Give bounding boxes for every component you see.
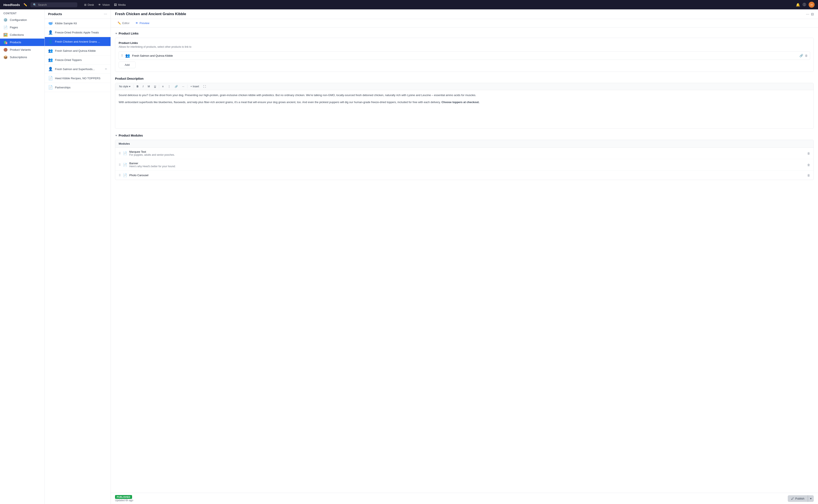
mid-panel-menu-icon[interactable]: ⋯: [104, 12, 107, 16]
drag-handle-icon[interactable]: ⠿: [121, 54, 123, 57]
sidebar-item-collections[interactable]: 🖼️ Collections: [0, 31, 45, 39]
mark-button[interactable]: M: [146, 84, 151, 89]
nav-media[interactable]: 🖼 Media: [114, 3, 125, 6]
header-more-icon[interactable]: ⋯: [806, 12, 809, 16]
topnav-center-items: ⊞ Desk 👁 Vision 🖼 Media: [84, 3, 126, 6]
list-item-partnerships[interactable]: 📄 Partnerships: [45, 83, 111, 92]
delete-module-carousel-icon[interactable]: 🗑: [807, 174, 810, 177]
ordered-list-button[interactable]: ⋮: [166, 84, 172, 89]
sidebar-item-subscriptions[interactable]: 📦 Subscriptions: [0, 53, 45, 61]
collections-icon: 🖼️: [3, 33, 8, 37]
product-links-label: Product Links: [119, 41, 810, 45]
add-product-link-button[interactable]: Add: [119, 62, 136, 68]
nav-desk[interactable]: ⊞ Desk: [84, 3, 94, 6]
description-paragraph-2: With antioxidant superfoods like blueber…: [119, 100, 810, 105]
media-icon: 🖼: [114, 3, 117, 6]
description-content[interactable]: Sound delicious to you? Cue the drool fr…: [115, 90, 814, 128]
mid-panel-list: 🥣 Kibble Sample Kit 👤 Freeze-Dried Probi…: [45, 19, 111, 504]
desk-icon: ⊞: [84, 3, 86, 6]
content-body: ▼ Product Links Product Links Allows for…: [111, 27, 818, 493]
sidebar-item-product-variants[interactable]: 🟤 Product Variants: [0, 46, 45, 53]
updated-text: Updated 6h ago: [115, 499, 133, 502]
fullscreen-button[interactable]: ⛶: [202, 84, 207, 89]
style-dropdown[interactable]: No style ▾: [117, 84, 132, 89]
search-icon: 🔍: [33, 3, 36, 6]
content-tabs: ✏️ Editor 👁 Preview: [111, 19, 818, 27]
freeze-dried-icon: 👤: [48, 30, 53, 35]
module-item-photo-carousel: ⠿ 📄 Photo Carousel 🗑: [115, 171, 814, 180]
list-item-kibble-sample-kit[interactable]: 🥣 Kibble Sample Kit: [45, 19, 111, 28]
style-dropdown-chevron: ▾: [129, 85, 130, 88]
list-item-fresh-salmon-quinoa[interactable]: 👥 Fresh Salmon and Quinoa Kibble: [45, 46, 111, 55]
content-header: Fresh Chicken and Ancient Grains Kibble …: [111, 9, 818, 19]
user-count-icon[interactable]: ⓪: [803, 3, 806, 7]
mid-panel-title: Products: [48, 12, 62, 16]
delete-module-banner-icon[interactable]: 🗑: [807, 163, 810, 167]
product-modules-section-header[interactable]: ▼ Product Modules: [115, 134, 814, 137]
link-item-icon: 👥: [125, 53, 130, 58]
publish-button[interactable]: 🖊 Publish: [788, 495, 808, 502]
fresh-salmon-superfoods-icon: 👤: [48, 67, 53, 71]
notifications-icon[interactable]: 🔔: [796, 3, 800, 7]
content-footer: PUBLISHED Updated 6h ago 🖊 Publish ▾: [111, 493, 818, 504]
link-item-actions: 🔗 🗑: [799, 54, 808, 57]
italic-button[interactable]: I: [141, 84, 145, 89]
delete-link-icon[interactable]: 🗑: [805, 54, 808, 57]
modules-list: Modules ⠿ 📄 Marquee Text For puppies, ad…: [115, 140, 814, 180]
module-drag-handle-icon[interactable]: ⠿: [119, 152, 121, 155]
sidebar-item-configuration[interactable]: ⚙️ Configuration: [0, 16, 45, 24]
insert-button[interactable]: + Insert: [189, 84, 201, 89]
tab-preview[interactable]: 👁 Preview: [133, 21, 152, 26]
module-drag-handle-banner-icon[interactable]: ⠿: [119, 163, 121, 167]
sidebar-item-products[interactable]: 🛍️ Products: [0, 39, 45, 46]
edit-icon[interactable]: ✏️: [23, 3, 27, 6]
module-banner-icon: 📄: [123, 163, 127, 167]
content-header-actions: ⋯ ⊟: [806, 12, 814, 16]
module-drag-handle-carousel-icon[interactable]: ⠿: [119, 174, 121, 177]
delete-module-marquee-icon[interactable]: 🗑: [807, 152, 810, 155]
underline-button[interactable]: U: [152, 84, 158, 89]
header-layout-icon[interactable]: ⊟: [811, 12, 814, 16]
sidebar-section-label: Content: [0, 9, 45, 16]
product-links-box: Product Links Allows for interlinking of…: [115, 38, 814, 72]
products-icon: 🛍️: [3, 40, 8, 44]
avatar[interactable]: H: [809, 2, 815, 8]
vision-icon: 👁: [98, 3, 101, 6]
bullet-list-button[interactable]: ≡: [160, 84, 165, 89]
link-button[interactable]: 🔗: [173, 84, 180, 89]
description-editor: No style ▾ B I M U ≡ ⋮ 🔗 ···: [115, 83, 814, 129]
list-item-heed-kibble-recipes[interactable]: 📄 Heed Kibble Recipes, NO TOPPERS: [45, 74, 111, 83]
sidebar-item-pages[interactable]: 📄 Pages: [0, 24, 45, 31]
list-item-fresh-salmon-superfoods[interactable]: 👤 Fresh Salmon and Superfoods... ✏: [45, 65, 111, 74]
brand-logo[interactable]: Heedfoods: [3, 3, 20, 7]
list-item-fresh-chicken[interactable]: 👤 Fresh Chicken and Ancient Grains ...: [45, 37, 111, 46]
pages-icon: 📄: [3, 25, 8, 29]
product-links-description: Allows for interlinking of products, sel…: [119, 45, 810, 48]
sidebar: Content ⚙️ Configuration 📄 Pages 🖼️ Coll…: [0, 9, 45, 504]
link-url-icon[interactable]: 🔗: [799, 54, 803, 57]
product-links-section: ▼ Product Links Product Links Allows for…: [115, 32, 814, 72]
product-variants-icon: 🟤: [3, 48, 8, 52]
nav-vision[interactable]: 👁 Vision: [98, 3, 110, 6]
bold-button[interactable]: B: [135, 84, 140, 89]
tab-editor[interactable]: ✏️ Editor: [115, 21, 132, 26]
list-item-freeze-dried-toppers[interactable]: 👥 Freeze-Dried Toppers: [45, 55, 111, 65]
preview-icon: 👁: [135, 22, 138, 25]
fresh-chicken-icon: 👤: [48, 39, 53, 44]
kibble-sample-kit-icon: 🥣: [48, 21, 53, 26]
published-badge: PUBLISHED: [115, 495, 132, 499]
fresh-salmon-quinoa-icon: 👥: [48, 48, 53, 53]
editor-icon: ✏️: [118, 22, 121, 25]
edit-item-icon[interactable]: ✏: [105, 68, 107, 71]
partnerships-icon: 📄: [48, 85, 53, 90]
publish-dropdown-button[interactable]: ▾: [808, 495, 814, 502]
mid-panel: Products ⋯ 🥣 Kibble Sample Kit 👤 Freeze-…: [45, 9, 111, 504]
search-placeholder: Search: [38, 3, 47, 6]
search-bar[interactable]: 🔍 Search: [30, 2, 77, 7]
module-item-banner: ⠿ 📄 Banner Here's why Heed's better for …: [115, 159, 814, 171]
freeze-dried-toppers-icon: 👥: [48, 58, 53, 62]
list-item-freeze-dried-probiotic[interactable]: 👤 Freeze-Dried Probiotic Apple Treats: [45, 28, 111, 37]
product-links-section-header[interactable]: ▼ Product Links: [115, 32, 814, 35]
product-description-section-header[interactable]: Product Description: [115, 77, 814, 80]
more-button[interactable]: ···: [180, 84, 186, 89]
